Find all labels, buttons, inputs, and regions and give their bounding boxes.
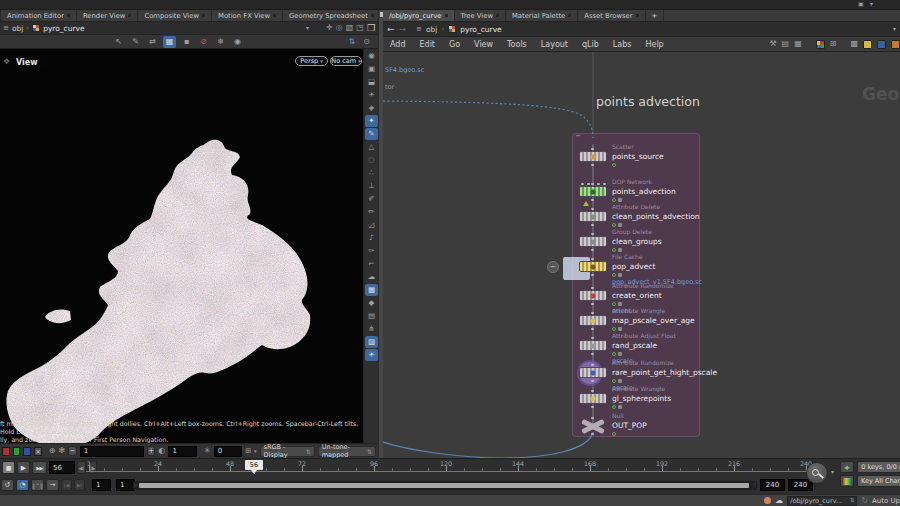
range-end-icon[interactable]: ▶| [74,479,85,491]
tab-tree-view[interactable]: Tree View [455,10,506,21]
keyset-plus-icon[interactable]: ✚ [840,461,854,473]
caret-down-icon[interactable]: ▾ [254,449,257,454]
tab-menu-square-icon[interactable] [636,14,639,17]
node-input-dot[interactable] [591,390,594,392]
node-name-label[interactable]: gl_spherepoints [612,394,671,403]
loop-icon[interactable]: ↺ [1,479,14,491]
alpha-channel-swatch[interactable]: ✕ [34,447,42,456]
tab-menu-square-icon[interactable] [273,14,276,17]
fast-forward-button[interactable]: ▶▶| [32,461,47,474]
protractor-icon[interactable]: ◿ [365,219,378,231]
exposure-plus-icon[interactable]: ⊞ [245,448,251,455]
auto-update-label[interactable]: Auto Up [872,497,900,505]
cube-icon[interactable]: ▧ [346,24,354,32]
headlight-icon[interactable]: ☀ [365,89,378,101]
gear-flower-icon[interactable]: ✻ [58,447,65,455]
perspective-icon[interactable]: ◈ [365,102,378,114]
menu-edit[interactable]: Edit [413,40,443,49]
cube-pointer-icon[interactable]: ◳ [356,24,364,32]
film-icon[interactable]: ▤ [365,310,378,322]
shade-icon[interactable]: ✎ [365,128,378,140]
range-slider[interactable] [133,481,757,490]
node-input-dot[interactable] [591,148,594,150]
lock-badge[interactable] [618,352,622,356]
realtime-clock-icon[interactable]: ◔ [16,479,29,491]
node-input-dot[interactable] [591,364,594,366]
box-select-icon[interactable]: ▦ [163,36,176,48]
tab-geometry-spreadsheet[interactable]: Geometry Spreadsheet [283,10,381,21]
menu-qlib[interactable]: qLib [575,40,606,49]
menu-add[interactable]: Add [383,40,413,49]
points-icon[interactable]: ∴ [365,167,378,179]
node-output-dot[interactable] [591,274,594,276]
ruler-icon[interactable]: ⌐ [365,258,378,270]
menu-view[interactable]: View [467,40,500,49]
help-circle-icon[interactable]: ⊙ [363,38,370,46]
context-path-dropdown[interactable]: /obj/pyro_curv... ⇅ [787,496,857,506]
camera-select-button[interactable]: No cam▾ [330,56,362,66]
lock-badge[interactable] [618,302,622,306]
node-input-dot[interactable] [587,183,590,185]
lock-badge[interactable] [618,379,622,383]
node-shape-rand_pscale[interactable] [579,340,607,351]
page-icon[interactable]: ▤ [782,40,790,48]
key-menu-caret-icon[interactable]: ▾ [831,469,834,475]
keyline-icon[interactable]: ∥⌃∥ [31,479,44,491]
path-dropdown-caret-icon[interactable]: ▾ [306,25,309,31]
bypass-circle-icon[interactable]: − [547,261,559,273]
range-slider-left-handle[interactable] [134,482,139,488]
ghost-icon[interactable]: ◌ [365,154,378,166]
node-shape-map_pscale_over_age[interactable] [579,315,607,326]
display-flag-badge[interactable] [612,302,616,306]
shelf-stack-icon[interactable] [891,40,900,49]
node-output-dot[interactable] [591,249,594,251]
gain-plus-button[interactable]: + [147,446,156,456]
node-shape-gl_spherepoints[interactable] [579,393,607,404]
camera-view-icon[interactable]: ◉ [365,50,378,62]
node-name-label[interactable]: create_orient [612,291,662,300]
region-icon[interactable]: ▪ [180,36,193,48]
node-name-label[interactable]: clean_points_advection [612,212,700,221]
menu-layout[interactable]: Layout [534,40,575,49]
blue-channel-swatch[interactable] [23,447,31,456]
green-channel-swatch[interactable] [13,447,21,456]
tab-menu-square-icon[interactable] [128,14,131,17]
exposure-field[interactable]: 0 [214,446,243,457]
breadcrumb-root[interactable]: obj [426,25,437,34]
range-slider-right-handle[interactable] [751,482,756,488]
network-editor-canvas[interactable]: Geom 5F4.bgeo.sc tor − points advection … [383,52,900,458]
gain-minus-button[interactable]: − [68,446,77,456]
node-input-dot[interactable] [591,258,594,260]
node-name-label[interactable]: points_source [612,152,664,161]
brush-icon[interactable]: ✑ [365,245,378,257]
mic-icon[interactable]: ♪ [365,232,378,244]
wireframe-icon[interactable]: △ [365,141,378,153]
menu-tools[interactable]: Tools [500,40,534,49]
magnify-icon[interactable]: ⊕ [49,447,56,455]
persp-view-button[interactable]: Persp▾ [295,56,328,66]
link-circle-icon[interactable]: ◎ [336,24,343,32]
tab-menu-square-icon[interactable] [202,14,205,17]
lock-camera-icon[interactable]: ⬓ [365,76,378,88]
display-flag-badge[interactable] [612,405,616,409]
tab-animation-editor[interactable]: Animation Editor [1,10,77,21]
display-flag-badge[interactable] [612,432,616,436]
network-list-icon[interactable]: ≡ [3,25,9,32]
range-slider-bar[interactable] [139,483,749,488]
node-output-dot[interactable] [591,164,594,166]
lock-badge[interactable] [618,405,622,409]
node-input-dot[interactable] [591,312,594,314]
node-output-dot[interactable] [591,303,594,305]
tab-menu-square-icon[interactable] [568,14,571,17]
breadcrumb-current[interactable]: pyro_curve [460,25,501,34]
color-grid-icon[interactable] [816,40,825,49]
menu-help[interactable]: Help [638,40,670,49]
tab-render-view[interactable]: Render View [77,10,139,21]
node-output-dot[interactable] [591,380,594,382]
gray-grid-icon[interactable]: ▩ [850,40,858,48]
grid-icon[interactable]: ▦ [365,284,378,296]
node-name-label[interactable]: pop_advect [612,262,655,271]
node-output-dot[interactable] [591,224,594,226]
window-layout-icon[interactable]: ▣ [858,1,864,7]
maximize-cube-icon[interactable]: ❒ [367,24,375,33]
